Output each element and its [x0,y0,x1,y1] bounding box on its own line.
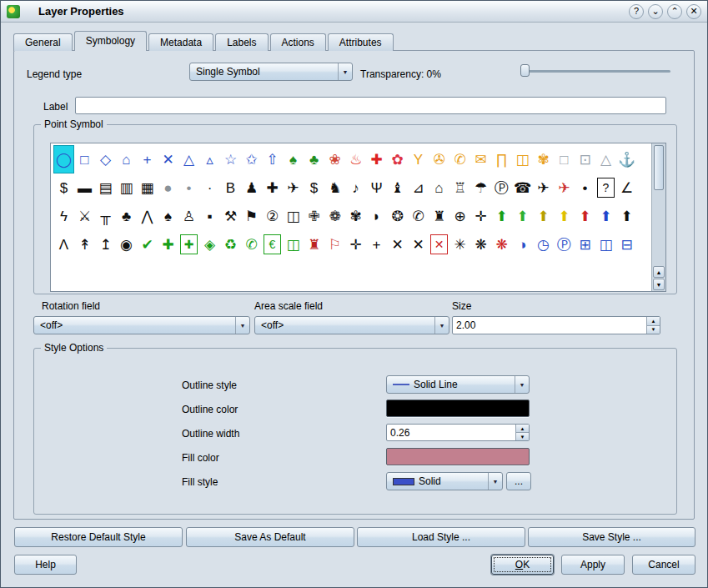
info-2-symbol[interactable]: ② [262,202,283,230]
dollar-2-symbol[interactable]: $ [304,173,324,202]
skier-symbol[interactable]: ϟ [53,202,74,230]
x-symbol[interactable]: ✕ [158,145,178,173]
size-value[interactable]: 2.00 [453,317,646,334]
outline-width-spinbox[interactable]: 0.26 ▲ ▼ [386,424,530,441]
picnic-table-symbol[interactable]: ╥ [95,202,116,230]
arrow-up-outline-symbol[interactable]: ⇧ [262,145,283,173]
spin-up-button[interactable]: ▲ [516,425,529,433]
green-bus-symbol[interactable]: ◫ [283,230,304,259]
tab-symbology[interactable]: Symbology [74,31,147,51]
recycle-symbol[interactable]: ♻ [220,230,241,259]
fill-color-button[interactable] [386,448,530,465]
square-symbol[interactable]: □ [74,145,95,173]
dollar-symbol[interactable]: $ [53,173,74,202]
anchor-symbol[interactable]: ⚓ [616,145,637,173]
picnic-tree-symbol[interactable]: ♣ [116,202,137,230]
blue-badge-symbol[interactable]: ◑ [512,230,533,259]
tab-labels[interactable]: Labels [215,33,268,51]
spin-up-button[interactable]: ▲ [647,317,660,326]
umbrella-symbol[interactable]: ☂ [470,173,491,202]
symbol-scrollbar[interactable]: ▲ ▼ [651,143,665,291]
help-button[interactable]: Help [14,555,77,575]
arrow-blue-symbol[interactable]: ⬆ [595,202,616,230]
train-red-symbol[interactable]: ♜ [304,230,324,259]
shade-button[interactable]: ⌄ [648,4,663,19]
circle-gray-small-symbol[interactable]: • [178,173,199,202]
restaurant-symbol[interactable]: Ψ [366,173,387,202]
museum-symbol[interactable]: ♜ [429,202,449,230]
deer-symbol[interactable]: ♞ [324,173,345,202]
save-style-button[interactable]: Save Style ... [528,527,695,547]
scroll-down-button[interactable]: ▼ [653,279,665,290]
triangle-symbol[interactable]: △ [178,145,199,173]
cross-symbol[interactable]: + [137,145,158,173]
asterisk-2-symbol[interactable]: ❋ [470,230,491,259]
arrow-red-symbol[interactable]: ⬆ [575,202,595,230]
circle-gray-symbol[interactable]: ● [158,173,178,202]
x-box-symbol[interactable]: ✕ [430,234,448,254]
mail-horn-symbol[interactable]: ✉ [470,145,491,173]
save-as-default-button[interactable]: Save As Default [186,527,354,547]
asterisk-red-symbol[interactable]: ❋ [491,230,512,259]
cross-bold-symbol[interactable]: ✚ [262,173,283,202]
help-box-symbol[interactable]: ? [597,178,615,198]
conifer-symbol[interactable]: ♠ [283,145,304,173]
bank-b-symbol[interactable]: B [220,173,241,202]
flag-symbol[interactable]: ⚑ [241,202,262,230]
atm-symbol[interactable]: € [264,234,281,254]
hands-symbol[interactable]: ✾ [533,145,554,173]
restore-default-style-button[interactable]: Restore Default Style [14,527,183,547]
fill-style-combo[interactable]: Solid ▼ [386,472,503,490]
outline-style-combo[interactable]: Solid Line ▼ [386,375,530,394]
green-check-symbol[interactable]: ✔ [137,230,158,259]
clock-symbol[interactable]: ◷ [533,230,554,259]
bottle-symbol[interactable]: ♝ [387,173,408,202]
slipway-symbol[interactable]: ∠ [616,173,637,202]
bank-symbol[interactable]: ♖ [449,173,470,202]
rotation-field-combo[interactable]: <off> ▼ [33,316,250,334]
legend-type-combo[interactable]: Single Symbol ▼ [189,63,353,81]
size-spinbox[interactable]: 2.00 ▲ ▼ [452,316,660,334]
scroll-up-button[interactable]: ▲ [653,266,665,278]
flower-symbol[interactable]: ❀ [324,145,345,173]
music-note-symbol[interactable]: ♪ [345,173,366,202]
parking-blue-symbol[interactable]: Ⓟ [554,230,575,259]
flower-gear-symbol[interactable]: ❁ [324,202,345,230]
help-titlebar-button[interactable]: ? [629,4,644,19]
label-input[interactable] [76,98,665,113]
tree-symbol[interactable]: ♣ [304,145,324,173]
load-style-button[interactable]: Load Style ... [357,527,525,547]
triangle-small-symbol[interactable]: ▵ [199,145,220,173]
transparency-slider[interactable] [520,63,670,78]
tab-metadata[interactable]: Metadata [148,33,213,51]
mine-symbol[interactable]: ⚒ [220,202,241,230]
cocktail-symbol[interactable]: Y [408,145,429,173]
moon-symbol[interactable]: ◗ [366,202,387,230]
star-outline-symbol[interactable]: ✩ [241,145,262,173]
green-cross-box-symbol[interactable]: ✚ [180,234,198,254]
green-cross-symbol[interactable]: ✚ [158,230,178,259]
airport-symbol[interactable]: ✈ [533,173,554,202]
arrow-tree-symbol[interactable]: ↥ [95,230,116,259]
ok-button[interactable]: OK [491,555,554,575]
star-symbol[interactable]: ☆ [220,145,241,173]
asterisk-1-symbol[interactable]: ✳ [449,230,470,259]
north-circle-symbol[interactable]: ◉ [116,230,137,259]
plus-1-symbol[interactable]: ✛ [345,230,366,259]
bus-symbol[interactable]: ⊞ [575,230,595,259]
arrow-yellow-symbol[interactable]: ⬆ [554,202,575,230]
unshade-button[interactable]: ⌃ [667,4,682,19]
car-symbol[interactable]: ▥ [116,173,137,202]
building-symbol[interactable]: ▦ [137,173,158,202]
pentagon-symbol[interactable]: ⌂ [116,145,137,173]
area-scale-field-combo[interactable]: <off> ▼ [254,316,449,334]
phone-circle-symbol[interactable]: ✆ [408,202,429,230]
sail-symbol[interactable]: ⊿ [408,173,429,202]
crossed-skis-symbol[interactable]: ⚔ [74,202,95,230]
outline-width-value[interactable]: 0.26 [387,425,515,440]
tent-symbol[interactable]: ⋀ [137,202,158,230]
titlebar[interactable]: Layer Properties ? ⌄ ⌃ ✕ [1,1,707,23]
fire-symbol[interactable]: ♨ [345,145,366,173]
gun-symbol[interactable]: ▬ [74,173,95,202]
phone-symbol[interactable]: ☎ [512,173,533,202]
